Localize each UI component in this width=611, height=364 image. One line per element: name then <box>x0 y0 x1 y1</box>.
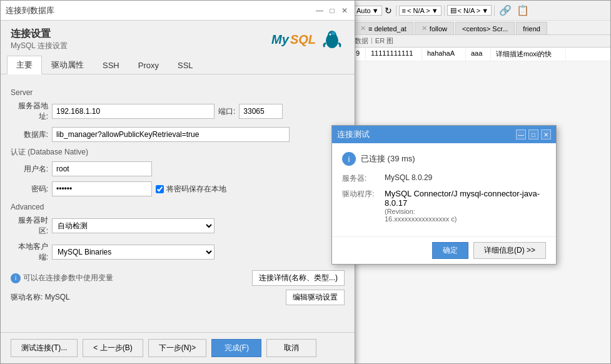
port-input[interactable] <box>239 104 283 119</box>
separator3 <box>494 5 495 16</box>
advanced-section-label: Advanced <box>11 203 345 211</box>
popup-maximize[interactable]: □ <box>528 129 538 139</box>
database-label: 数据库: <box>11 129 48 140</box>
driver-label: 驱动名称: MySQL <box>11 292 70 303</box>
database-input[interactable] <box>52 127 290 142</box>
mysql-text: My <box>271 33 289 47</box>
popup-footer: 确定 详细信息(D) >> <box>332 236 556 264</box>
tab-deleted-at[interactable]: ✕ ≡ deleted_at <box>353 22 413 34</box>
tab-proxy[interactable]: Proxy <box>129 56 168 74</box>
header-subtitle: MySQL 连接设置 <box>11 41 68 51</box>
popup-server-row: 服务器: MySQL 8.0.29 <box>342 173 546 184</box>
tab-driver-props[interactable]: 驱动属性 <box>42 56 93 74</box>
localclient-select[interactable]: MySQL Binaries <box>52 245 215 260</box>
na-dropdown-2[interactable]: ▤ < N/A > ▼ <box>447 5 492 16</box>
na-chevron-2: ▼ <box>482 7 488 14</box>
separator1 <box>396 5 396 16</box>
server-section-label: Server <box>11 88 345 97</box>
popup-driver-value: MySQL Connector/J mysql-connector-java-8… <box>385 189 546 208</box>
server-input[interactable] <box>52 104 215 119</box>
username-input[interactable] <box>52 161 152 176</box>
icon1[interactable]: 🔗 <box>497 4 513 16</box>
header-title: 连接设置 <box>11 28 68 41</box>
popup-driver-detail: MySQL Connector/J mysql-connector-java-8… <box>385 189 546 223</box>
popup-revision-value: 16.xxxxxxxxxxxxxxxx c) <box>385 215 546 223</box>
tab-ssh[interactable]: SSH <box>93 56 129 74</box>
popup-details-button[interactable]: 详细信息(D) >> <box>473 242 546 259</box>
mysql-text2: SQL <box>290 33 316 47</box>
conn-details-button[interactable]: 连接详情(名称、类型...) <box>252 270 345 286</box>
maximize-button[interactable]: □ <box>327 6 337 16</box>
subtab-data[interactable]: 数据 <box>355 36 368 46</box>
popup-controls: — □ ✕ <box>516 129 551 139</box>
info-text: 可以在连接参数中使用变量 <box>23 273 113 283</box>
cell-col1: hahahaA <box>422 48 466 61</box>
minimize-button[interactable]: — <box>315 6 325 16</box>
info-icon: i <box>11 273 21 283</box>
dialog-title: 连接到数据库 <box>6 5 54 16</box>
na-dropdown-1[interactable]: ≡ < N/A > ▼ <box>399 6 442 16</box>
na-label-2: ▤ <box>450 6 457 14</box>
tab-main[interactable]: 主要 <box>7 56 42 74</box>
titlebar-controls: — □ ✕ <box>315 6 350 16</box>
bg-toolbar: Auto ▼ ↻ ≡ < N/A > ▼ ▤ < N/A > ▼ 🔗 📋 <box>351 1 610 21</box>
popup-driver-label: 驱动程序: <box>342 189 380 223</box>
popup-server-label: 服务器: <box>342 173 380 184</box>
tab-ssl[interactable]: SSL <box>168 56 203 74</box>
auth-section-label: 认证 (Database Native) <box>11 147 345 158</box>
na-value-1: < N/A > <box>407 7 430 14</box>
tab-centos-label: <centos> Scr... <box>462 25 508 33</box>
popup-close[interactable]: ✕ <box>541 129 551 139</box>
sub-tab-bar: 数据 | ER 图 <box>351 35 610 48</box>
icon2[interactable]: 📋 <box>515 4 531 16</box>
subtab-er[interactable]: ER 图 <box>375 36 393 46</box>
localclient-label: 本地客户端: <box>11 241 48 263</box>
popup-server-value: MySQL 8.0.29 <box>385 173 546 184</box>
username-row: 用户名: <box>11 161 345 176</box>
na-chevron-1: ▼ <box>432 7 438 14</box>
cell-col2: aaa <box>466 48 491 61</box>
svg-point-2 <box>331 31 335 35</box>
cell-col3: 详细描述moxi的快 <box>491 48 566 61</box>
popup-revision: (Revision: <box>385 208 546 215</box>
tab-bar: ✕ ≡ deleted_at ✕ follow <centos> Scr... … <box>351 21 610 35</box>
tab-deleted-at-icon: ✕ <box>360 24 366 33</box>
save-password-label: 将密码保存在本地 <box>166 184 226 195</box>
test-connection-button[interactable]: 测试连接(T)... <box>11 339 78 357</box>
popup-ok-button[interactable]: 确定 <box>432 242 468 259</box>
popup-minimize[interactable]: — <box>516 129 526 139</box>
timezone-select[interactable]: 自动检测 <box>52 218 215 233</box>
cancel-button[interactable]: 取消 <box>266 339 316 357</box>
tab-centos[interactable]: <centos> Scr... <box>455 22 515 34</box>
finish-button[interactable]: 完成(F) <box>211 339 261 357</box>
close-button[interactable]: ✕ <box>340 6 350 16</box>
popup-status-row: i 已连接 (39 ms) <box>342 152 546 166</box>
username-label: 用户名: <box>11 164 48 174</box>
popup-titlebar: 连接测试 — □ ✕ <box>332 126 556 143</box>
edit-driver-button[interactable]: 编辑驱动设置 <box>286 290 345 305</box>
timezone-label: 服务器时区: <box>11 215 48 236</box>
popup-driver-row: 驱动程序: MySQL Connector/J mysql-connector-… <box>342 189 546 223</box>
dialog-footer: 测试连接(T)... < 上一步(B) 下一步(N)> 完成(F) 取消 <box>1 332 355 363</box>
dialog-header: 连接设置 MySQL 连接设置 My SQL <box>1 21 355 56</box>
dialog-titlebar: 连接到数据库 — □ ✕ <box>1 1 355 21</box>
password-label: 密码: <box>11 184 48 195</box>
timezone-row: 服务器时区: 自动检测 <box>11 215 345 236</box>
connection-test-popup: 连接测试 — □ ✕ i 已连接 (39 ms) 服务器: MySQL 8.0.… <box>331 125 557 265</box>
na-label-1: ≡ <box>402 7 406 14</box>
info-row: i 可以在连接参数中使用变量 连接详情(名称、类型...) <box>11 270 345 286</box>
next-button[interactable]: 下一步(N)> <box>148 339 207 357</box>
dialog-content: Server 服务器地址: 端口: 数据库: 认证 (Database Nati… <box>1 74 355 313</box>
back-button[interactable]: < 上一步(B) <box>83 339 143 357</box>
server-row: 服务器地址: 端口: <box>11 101 345 122</box>
server-label: 服务器地址: <box>11 101 48 122</box>
localclient-row: 本地客户端: MySQL Binaries <box>11 241 345 263</box>
password-input[interactable] <box>52 181 152 196</box>
tab-follow-icon: ✕ <box>422 24 427 33</box>
auto-dropdown[interactable]: Auto ▼ <box>353 6 382 16</box>
tab-follow[interactable]: ✕ follow <box>415 22 454 34</box>
save-password-checkbox[interactable] <box>156 185 164 193</box>
tab-friend[interactable]: friend <box>516 22 547 34</box>
cell-num: 11111111111 <box>366 48 422 61</box>
refresh-icon[interactable]: ↻ <box>383 6 393 16</box>
